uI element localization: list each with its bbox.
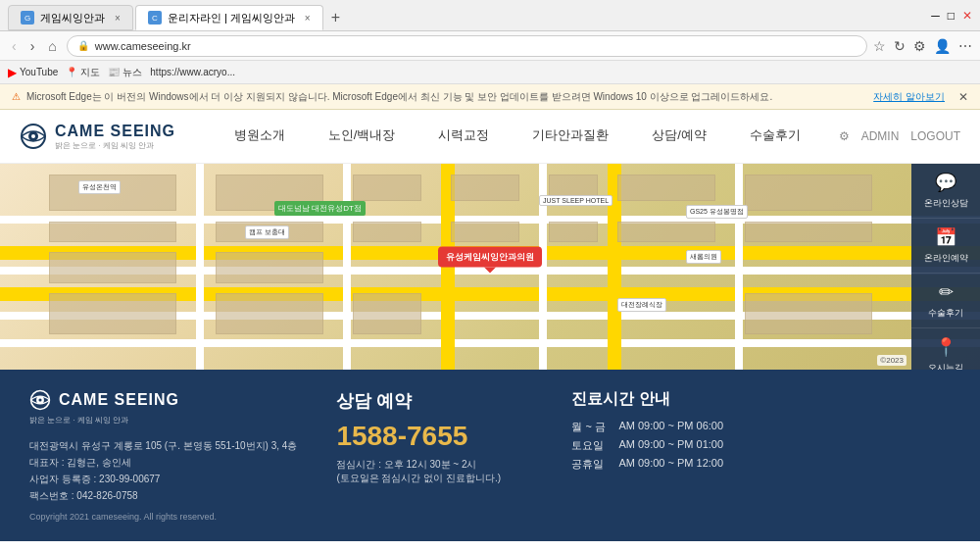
hours-row-saturday: 토요일 AM 09:00 ~ PM 01:00 <box>571 438 767 453</box>
map-copyright: ©2023 <box>877 355 906 366</box>
hours-row-holiday: 공휴일 AM 09:00 ~ PM 12:00 <box>571 457 767 472</box>
toolbar-icons: ☆ ↻ ⚙ 👤 ⋯ <box>873 38 972 54</box>
sidebar-online-consultation[interactable]: 💬 온라인상담 <box>911 164 980 219</box>
nav-vision-correction[interactable]: 시력교정 <box>416 110 511 164</box>
footer-logo-icon <box>29 389 51 411</box>
youtube-label: YouTube <box>20 67 58 77</box>
logo-area: CAME SEEING 밝은 눈으로 · 케임 씨잉 안과 <box>20 123 196 151</box>
hours-saturday-time: AM 09:00 ~ PM 01:00 <box>618 438 723 453</box>
bookmark-youtube[interactable]: ▶ YouTube <box>8 66 58 79</box>
lock-icon: 🔒 <box>77 40 89 51</box>
warning-icon: ⚠ <box>12 91 21 102</box>
tab-close-1[interactable]: × <box>115 13 121 24</box>
tab-close-2[interactable]: × <box>305 13 311 24</box>
map-pin-bubble: 유성케임씨잉안과의원 <box>438 246 542 267</box>
refresh-icon[interactable]: ↻ <box>894 38 906 54</box>
footer-logo-area: CAME SEEING 밝은 눈으로 · 케임 씨잉 안과 대전광역시 유성구 … <box>29 389 297 522</box>
footer-info: 대전광역시 유성구 계롱로 105 (구. 본영동 551-10번지) 3, 4… <box>29 437 297 504</box>
extra-label: https://www.acryo... <box>150 67 235 77</box>
nav-consultation[interactable]: 상담/예약 <box>630 110 728 164</box>
address-text: www.cameseeing.kr <box>95 40 191 52</box>
home-button[interactable]: ⌂ <box>44 36 60 56</box>
map-placeholder: 유성온천역 캠프 보충대 JUST SLEEP HOTEL GS25 유성봉명점… <box>0 164 980 370</box>
browser-titlebar: G 게임씨잉안과 × C 운리자라인 | 게임씨잉안과 × + ─ □ ✕ <box>0 0 980 31</box>
bookmark-extra[interactable]: https://www.acryo... <box>150 67 235 77</box>
site-wrapper: CAME SEEING 밝은 눈으로 · 케임 씨잉 안과 병원소개 노인/백내… <box>0 110 980 551</box>
hours-saturday-label: 토요일 <box>571 438 607 453</box>
footer-copyright: Copyright 2021 cameseeing. All rights re… <box>29 512 297 522</box>
map-label-6: 대전장례식장 <box>617 298 666 312</box>
bookmark-news[interactable]: 📰 뉴스 <box>108 66 142 79</box>
footer-logo: CAME SEEING <box>29 389 297 411</box>
forward-button[interactable]: › <box>26 36 39 56</box>
sidebar-reservation-label: 온라인예약 <box>924 252 968 265</box>
footer-lunch-note: (토요일은 점심시간 없이 진료합니다.) <box>336 472 532 485</box>
map-area[interactable]: 유성온천역 캠프 보충대 JUST SLEEP HOTEL GS25 유성봉명점… <box>0 164 980 370</box>
footer-logo-sub-text: 밝은 눈으로 · 케임 씨잉 안과 <box>29 415 297 426</box>
nav-surgery-reviews[interactable]: 수술후기 <box>728 110 822 164</box>
map-pin: 유성케임씨잉안과의원 <box>438 246 542 267</box>
sidebar-reviews-label: 수술후기 <box>928 307 963 320</box>
bookmark-maps[interactable]: 📍 지도 <box>66 66 100 79</box>
address-box[interactable]: 🔒 www.cameseeing.kr <box>67 35 867 57</box>
close-btn[interactable]: ✕ <box>962 9 972 23</box>
footer-biz-no: 사업자 등록증 : 230-99-00677 <box>29 471 297 487</box>
sidebar-directions[interactable]: 📍 오시는길 <box>911 328 980 370</box>
hours-holiday-label: 공휴일 <box>571 457 607 472</box>
sidebar-surgery-reviews[interactable]: ✏ 수술후기 <box>911 274 980 328</box>
settings-icon[interactable]: ⚙ <box>913 38 926 54</box>
admin-button[interactable]: ADMIN <box>861 129 900 143</box>
map-label-5: 새롬의원 <box>686 250 721 264</box>
minimize-btn[interactable]: ─ <box>931 9 940 23</box>
map-green-label: 대도넘남 대전유성DT점 <box>274 201 366 216</box>
bookmarks-bar: ▶ YouTube 📍 지도 📰 뉴스 https://www.acryo... <box>0 61 980 84</box>
settings-icon-header: ⚙ <box>839 129 850 143</box>
nav-hospital-intro[interactable]: 병원소개 <box>213 110 307 164</box>
header-actions: ⚙ ADMIN LOGOUT <box>839 129 960 143</box>
nav-other-eye[interactable]: 기타안과질환 <box>511 110 630 164</box>
sidebar-online-reservation[interactable]: 📅 온라인예약 <box>911 219 980 274</box>
menu-icon[interactable]: ⋯ <box>958 38 972 54</box>
browser-tabs: G 게임씨잉안과 × C 운리자라인 | 게임씨잉안과 × + <box>8 0 346 30</box>
logo-text: CAME SEEING 밝은 눈으로 · 케임 씨잉 안과 <box>55 123 175 151</box>
back-button[interactable]: ‹ <box>8 36 21 56</box>
bookmarks-list: ▶ YouTube 📍 지도 📰 뉴스 https://www.acryo... <box>8 66 235 79</box>
warning-link[interactable]: 자세히 알아보기 <box>873 90 945 104</box>
logo-sub-text: 밝은 눈으로 · 케임 씨잉 안과 <box>55 140 175 151</box>
profile-icon[interactable]: 👤 <box>934 38 951 54</box>
maps-icon: 📍 <box>66 67 77 77</box>
footer-lunch: 점심시간 : 오후 12시 30분 ~ 2시 <box>336 458 532 472</box>
warning-close-button[interactable]: ✕ <box>958 90 968 104</box>
logout-button[interactable]: LOGOUT <box>910 129 960 143</box>
star-icon[interactable]: ☆ <box>873 38 886 54</box>
footer-hours: 진료시간 안내 월 ~ 금 AM 09:00 ~ PM 06:00 토요일 AM… <box>571 389 767 476</box>
tab-favicon-2: C <box>148 11 162 25</box>
map-label-1: 유성온천역 <box>78 180 121 194</box>
hours-weekday-label: 월 ~ 금 <box>571 420 607 434</box>
tab-label-1: 게임씨잉안과 <box>40 11 105 25</box>
location-icon: 📍 <box>935 336 956 358</box>
site-footer: CAME SEEING 밝은 눈으로 · 케임 씨잉 안과 대전광역시 유성구 … <box>0 370 980 541</box>
footer-hours-title: 진료시간 안내 <box>571 389 767 410</box>
warning-bar: ⚠ Microsoft Edge는 이 버전의 Windows에서 더 이상 지… <box>0 84 980 110</box>
new-tab-button[interactable]: + <box>325 5 346 30</box>
tab-label-2: 운리자라인 | 게임씨잉안과 <box>168 11 295 25</box>
logo-icon <box>20 123 47 150</box>
hours-weekday-time: AM 09:00 ~ PM 06:00 <box>618 420 723 434</box>
footer-contact-title: 상담 예약 <box>336 389 532 413</box>
hours-row-weekday: 월 ~ 금 AM 09:00 ~ PM 06:00 <box>571 420 767 434</box>
pencil-icon: ✏ <box>939 281 954 303</box>
map-label-2: 캠프 보충대 <box>245 225 289 239</box>
tab-2[interactable]: C 운리자라인 | 게임씨잉안과 × <box>135 5 323 30</box>
calendar-icon: 📅 <box>935 226 956 248</box>
tab-1[interactable]: G 게임씨잉안과 × <box>8 5 133 30</box>
news-icon: 📰 <box>108 67 120 77</box>
nav-elderly[interactable]: 노인/백내장 <box>307 110 417 164</box>
footer-address: 대전광역시 유성구 계롱로 105 (구. 본영동 551-10번지) 3, 4… <box>29 437 297 454</box>
maps-label: 지도 <box>80 66 100 79</box>
footer-fax: 팩스번호 : 042-826-0758 <box>29 487 297 504</box>
main-nav: 병원소개 노인/백내장 시력교정 기타안과질환 상담/예약 수술후기 <box>196 110 839 164</box>
map-label-3: JUST SLEEP HOTEL <box>539 195 612 206</box>
floating-sidebar: 💬 온라인상담 📅 온라인예약 ✏ 수술후기 📍 오시는길 💬 대전유성씨잉안과… <box>911 164 980 370</box>
maximize-btn[interactable]: □ <box>948 9 955 23</box>
